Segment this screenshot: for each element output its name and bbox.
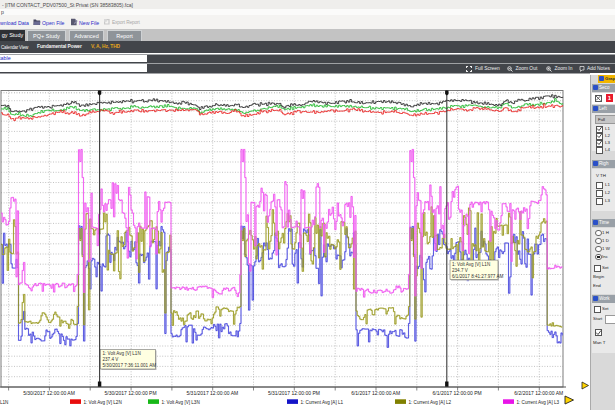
svg-text:1: Volt Avg [V] L2N: 1: Volt Avg [V] L2N — [84, 399, 122, 404]
svg-text:6/1/2017 12:00:00 AM: 6/1/2017 12:00:00 AM — [351, 390, 400, 396]
svg-text:6/1/2017 12:00:00 PM: 6/1/2017 12:00:00 PM — [433, 390, 482, 396]
svg-text:5/30/2017 7:36:11.001 AM: 5/30/2017 7:36:11.001 AM — [103, 363, 157, 368]
svg-text:5/31/2017 12:00:00 AM: 5/31/2017 12:00:00 AM — [186, 390, 238, 396]
svg-text:L1N: L1N — [0, 399, 8, 404]
svg-text:1: Volt Avg [V] L1N: 1: Volt Avg [V] L1N — [103, 351, 141, 356]
svg-text:1: Current Avg [A] L2: 1: Current Avg [A] L2 — [409, 399, 452, 404]
svg-text:237.4 V: 237.4 V — [103, 357, 120, 362]
svg-text:5/31/2017 12:00:00 PM: 5/31/2017 12:00:00 PM — [268, 390, 320, 396]
svg-text:1: Current Avg [A] L1: 1: Current Avg [A] L1 — [301, 399, 344, 404]
svg-text:5/30/2017 12:00:00 AM: 5/30/2017 12:00:00 AM — [23, 390, 75, 396]
svg-text:5/30/2017 12:00:00 PM: 5/30/2017 12:00:00 PM — [105, 390, 157, 396]
svg-text:1: Volt Avg [V] L3N: 1: Volt Avg [V] L3N — [162, 399, 200, 404]
svg-text:1: Volt Avg [V] L1N: 1: Volt Avg [V] L1N — [452, 261, 490, 266]
svg-text:6/1/2017 8:41:27.977 AM: 6/1/2017 8:41:27.977 AM — [452, 273, 504, 278]
svg-text:1: Current Avg [A] L3: 1: Current Avg [A] L3 — [517, 399, 560, 404]
svg-text:6/2/2017 12:00:00 AM: 6/2/2017 12:00:00 AM — [514, 390, 563, 396]
svg-text:234.7 V: 234.7 V — [452, 267, 469, 272]
